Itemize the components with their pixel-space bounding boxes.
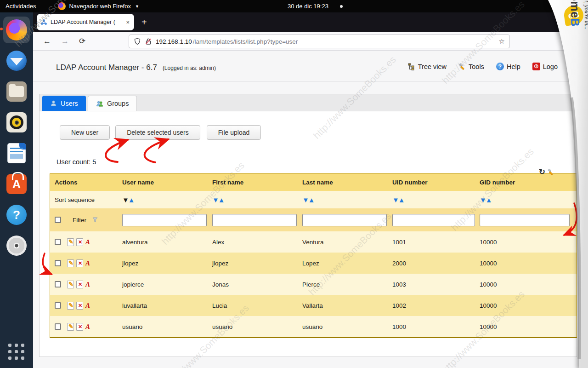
dock-item-rhythmbox[interactable] [3, 109, 30, 136]
dock-item-firefox[interactable] [3, 17, 30, 43]
row-checkbox[interactable] [55, 302, 61, 309]
sort-asc-icon[interactable]: ▲ [398, 196, 404, 204]
col-last-name[interactable]: Last name [298, 179, 388, 186]
lam-page: LDAP Account Manager - 6.7 (Logged in as… [33, 51, 588, 368]
table-row[interactable]: A jopierce Jonas Pierce 1003 10000 [50, 274, 577, 295]
refresh-icon[interactable]: ↻ [539, 167, 545, 177]
browser-tab-lam[interactable]: LDAP Account Manager ( × [37, 14, 134, 30]
cell-gid: 10000 [475, 302, 577, 309]
pdf-icon[interactable]: A [85, 238, 90, 246]
ubuntu-software-icon: A [6, 174, 27, 194]
clock[interactable]: 30 de dic 19:23 [288, 0, 328, 12]
select-all-checkbox[interactable] [55, 217, 61, 223]
page-title: LDAP Account Manager - 6.7 [56, 63, 157, 72]
filter-input-gid[interactable] [480, 214, 570, 226]
back-button[interactable]: ← [43, 37, 51, 46]
sort-asc-icon[interactable]: ▲ [308, 196, 314, 204]
reload-button[interactable]: ⟳ [79, 36, 85, 46]
cell-first-name: Jonas [208, 281, 298, 288]
delete-icon[interactable] [76, 238, 84, 246]
table-row[interactable]: A luvallarta Lucia Vallarta 1002 10000 [50, 295, 577, 316]
filter-input-first-name[interactable] [212, 214, 297, 226]
edit-icon[interactable] [67, 281, 75, 288]
sort-desc-icon[interactable]: ▼ [122, 196, 128, 204]
edit-icon[interactable] [67, 259, 75, 267]
cell-user-name[interactable]: usuario [118, 323, 208, 330]
dock-item-disc[interactable] [3, 232, 30, 259]
files-icon [6, 81, 27, 102]
cell-uid: 2000 [388, 260, 475, 267]
row-checkbox[interactable] [55, 260, 61, 266]
cell-last-name: Lopez [298, 260, 388, 267]
edit-icon[interactable] [67, 323, 75, 331]
sort-desc-icon[interactable]: ▼ [480, 196, 486, 204]
sort-asc-icon[interactable]: ▲ [128, 196, 134, 204]
col-gid-number[interactable]: GID number [475, 179, 577, 186]
pdf-icon[interactable]: A [85, 259, 90, 267]
sort-desc-icon[interactable]: ▼ [302, 196, 308, 204]
focused-app-menu[interactable]: Navegador web Firefox ▼ [58, 2, 139, 10]
forward-button[interactable]: → [61, 37, 69, 46]
dock-item-writer[interactable] [3, 140, 30, 167]
cell-uid: 1002 [388, 302, 475, 309]
delete-selected-users-button[interactable]: Delete selected users [115, 125, 200, 140]
activities-button[interactable]: Actividades [6, 3, 36, 10]
cell-user-name[interactable]: jlopez [118, 260, 208, 267]
table-row[interactable]: A jlopez jlopez Lopez 2000 10000 [50, 253, 577, 274]
edit-icon[interactable] [67, 302, 75, 310]
tools-link[interactable]: Tools [458, 63, 484, 70]
filter-input-uid[interactable] [392, 214, 475, 226]
tab-groups[interactable]: Groups [88, 96, 137, 111]
sort-desc-icon[interactable]: ▼ [212, 196, 218, 204]
filter-row: Filter [50, 208, 577, 231]
delete-icon[interactable] [76, 281, 84, 288]
dock-item-thunderbird[interactable] [3, 47, 30, 74]
table-settings-wrench-icon[interactable] [547, 168, 554, 176]
tab-close-icon[interactable]: × [125, 19, 130, 26]
cell-user-name[interactable]: luvallarta [118, 302, 208, 309]
dock-item-help[interactable]: ? [3, 201, 30, 228]
dock-item-software[interactable]: A [3, 171, 30, 197]
col-user-name[interactable]: User name [118, 179, 208, 186]
dock-item-files[interactable] [3, 78, 30, 105]
file-upload-button[interactable]: File upload [207, 125, 261, 140]
tab-users[interactable]: Users [42, 96, 86, 111]
firefox-icon [6, 19, 27, 40]
pdf-icon[interactable]: A [85, 281, 90, 288]
edit-icon[interactable] [67, 238, 75, 246]
delete-icon[interactable] [76, 323, 84, 331]
new-user-button[interactable]: New user [60, 125, 110, 140]
logout-link[interactable]: ⏼ Logo [532, 63, 558, 70]
delete-icon[interactable] [76, 259, 84, 267]
sort-asc-icon[interactable]: ▲ [486, 196, 492, 204]
insecure-lock-icon[interactable] [145, 38, 152, 45]
row-checkbox[interactable] [55, 239, 61, 245]
col-uid-number[interactable]: UID number [388, 179, 475, 186]
sort-desc-icon[interactable]: ▼ [392, 196, 398, 204]
users-table: Actions User name First name Last name U… [50, 173, 577, 338]
sort-asc-icon[interactable]: ▲ [218, 196, 224, 204]
somebooks-brand: SomeB [568, 0, 582, 27]
pdf-icon[interactable]: A [85, 323, 90, 331]
pdf-icon[interactable]: A [85, 302, 90, 310]
row-checkbox[interactable] [55, 281, 61, 288]
shield-icon[interactable] [134, 38, 141, 45]
filter-input-last-name[interactable] [302, 214, 387, 226]
dock-item-app-grid[interactable] [3, 339, 30, 365]
row-checkbox[interactable] [55, 323, 61, 330]
help-link[interactable]: ? Help [496, 63, 520, 70]
url-bar[interactable]: 192.168.1.10/lam/templates/lists/list.ph… [129, 34, 510, 48]
cell-user-name[interactable]: jopierce [118, 281, 208, 288]
table-row[interactable]: A usuario usuario usuario 1000 10000 [50, 316, 577, 337]
bookmark-star-icon[interactable]: ☆ [499, 37, 505, 46]
cell-user-name[interactable]: alventura [118, 239, 208, 246]
col-first-name[interactable]: First name [208, 179, 298, 186]
new-tab-button[interactable]: + [141, 17, 147, 28]
lam-content-frame: Users Groups New user Delete selected us… [39, 94, 577, 357]
delete-icon[interactable] [76, 302, 84, 310]
tree-view-link[interactable]: Tree view [408, 63, 447, 70]
url-host: 192.168.1.10 [156, 38, 192, 45]
table-row[interactable]: A alventura Alex Ventura 1001 10000 [50, 231, 577, 253]
tree-icon [408, 63, 415, 70]
filter-input-user-name[interactable] [122, 214, 207, 226]
